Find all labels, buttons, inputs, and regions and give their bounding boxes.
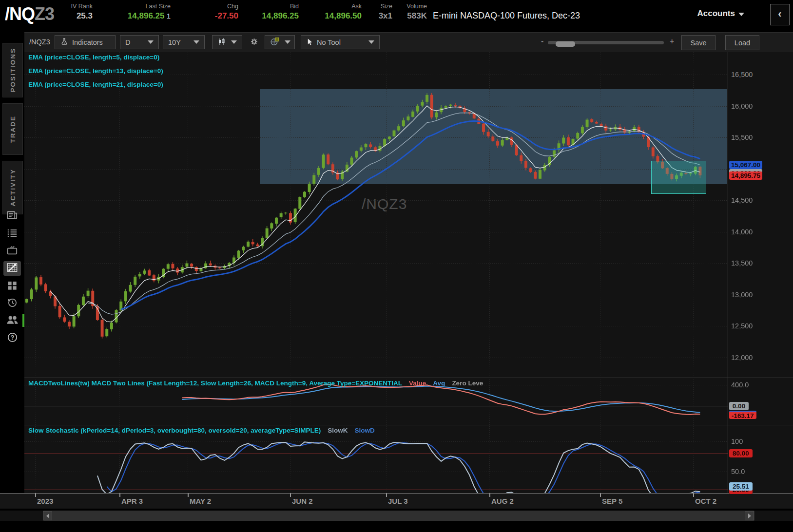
macd-legend-avg: Avg: [433, 380, 445, 387]
panel-divider: [24, 425, 793, 425]
time-tick-label: 2023: [37, 497, 53, 505]
quote-field-value: 583K: [406, 11, 427, 21]
zoom-in-label[interactable]: +: [670, 37, 674, 46]
chevron-down-icon: [193, 40, 199, 44]
chart-toolbar: /NQZ3 Indicators D 10Y No Tool -: [24, 32, 793, 53]
study-label-ema21: EMA (price=CLOSE, length=21, displace=0): [28, 81, 163, 88]
quote-field-bid: Bid14,896.25: [262, 3, 299, 21]
timeframe-dropdown[interactable]: D: [120, 35, 159, 49]
zoom-slider-track[interactable]: [548, 41, 664, 44]
sidebar-tab-label: ACTIVITY: [9, 169, 17, 207]
sidebar-tab-trade[interactable]: TRADE: [2, 103, 23, 155]
highlight-zone-teal[interactable]: [651, 161, 706, 194]
scroll-left-button[interactable]: [43, 511, 52, 520]
time-tick-label: JUL 3: [388, 497, 408, 505]
symbol-title: /NQZ3: [5, 4, 54, 24]
quote-field-last-size: Last Size14,896.25 1: [128, 3, 171, 21]
sidebar-apps-grid-icon[interactable]: [3, 279, 21, 294]
chart-settings-button[interactable]: [245, 35, 261, 49]
accounts-dropdown[interactable]: Accounts: [697, 9, 744, 19]
time-tick-mark: [386, 494, 387, 497]
sidebar-tab-activity[interactable]: ACTIVITY: [2, 161, 23, 214]
chart-style-dropdown[interactable]: [212, 35, 242, 49]
collapse-panel-button[interactable]: ‹: [770, 4, 790, 25]
time-tick-label: OCT 2: [695, 497, 716, 505]
indicators-button[interactable]: Indicators: [55, 35, 116, 49]
drawing-tool-dropdown[interactable]: No Tool: [301, 35, 380, 49]
sidebar-news-icon[interactable]: [3, 209, 21, 223]
history-icon: [7, 298, 18, 310]
sidebar-help-icon[interactable]: ?: [3, 331, 21, 345]
time-tick-mark: [290, 494, 291, 497]
scroll-right-button[interactable]: [745, 511, 754, 520]
chevron-down-icon: [148, 40, 154, 44]
stoch-legend-slowd: SlowD: [355, 427, 375, 434]
price-tick-label: 16,500: [731, 71, 753, 78]
quote-field-value: 3x1: [379, 11, 392, 21]
price-tick-label: 13,500: [731, 259, 753, 267]
time-tick-mark: [693, 494, 694, 497]
time-tick-mark: [119, 494, 120, 497]
help-icon: ?: [7, 332, 18, 344]
range-dropdown[interactable]: 10Y: [163, 35, 205, 49]
price-tick-label: 12,500: [731, 322, 753, 330]
price-tick-label: 16,000: [731, 102, 753, 110]
pattern-tool-dropdown[interactable]: [265, 35, 295, 49]
quote-field-ask: Ask14,896.50: [325, 3, 362, 21]
load-button[interactable]: Load: [725, 35, 759, 50]
quote-field-volume: Volume583K: [406, 3, 427, 21]
trading-app-window: /NQZ3 IV Rank25.3Last Size14,896.25 1Chg…: [0, 0, 793, 532]
sidebar-tab-positions[interactable]: POSITIONS: [2, 43, 23, 97]
price-tick-label: 13,000: [731, 291, 753, 299]
time-tick-label: SEP 5: [602, 497, 622, 505]
quote-field-label: Bid: [262, 3, 299, 10]
quote-field-value: 14,896.50: [325, 11, 362, 21]
quote-field-value: 14,896.25 1: [128, 11, 171, 21]
sidebar-people-icon[interactable]: [3, 313, 21, 328]
quote-field-label: Size: [379, 3, 392, 10]
cursor-icon: [306, 38, 313, 47]
time-axis[interactable]: 2023APR 3MAY 2JUN 2JUL 3AUG 2SEP 5OCT 2: [0, 493, 793, 509]
gear-icon: [250, 38, 259, 47]
macd-value-badge: -163.17: [729, 411, 756, 419]
zoom-out-label[interactable]: -: [541, 37, 543, 46]
macd-tick-label: 400.0: [731, 381, 749, 389]
triangle-right-icon: [748, 513, 751, 518]
price-tick-label: 15,500: [731, 133, 753, 141]
sidebar-chart-grid-icon[interactable]: [3, 261, 21, 276]
candlestick-icon: [217, 38, 226, 47]
last-price-badge: 14,895.75: [729, 171, 762, 180]
apps-grid-icon: [7, 281, 18, 292]
symbol-root: /NQ: [5, 4, 35, 24]
save-button[interactable]: Save: [681, 35, 716, 50]
scrollbar-track[interactable]: [43, 511, 754, 521]
people-icon: [6, 315, 19, 327]
zoom-slider-thumb[interactable]: [556, 41, 575, 47]
ema21-badge: 15,067.00: [729, 161, 762, 169]
macd-legend-value: Value: [409, 380, 426, 387]
symbol-suffix: Z3: [35, 4, 54, 24]
quote-field-label: IV Rank: [71, 3, 93, 10]
time-tick-label: APR 3: [121, 497, 143, 505]
chevron-down-icon: [738, 13, 744, 16]
time-tick-mark: [489, 494, 490, 497]
overbought-badge: 80.00: [729, 449, 753, 457]
quote-field-label: Chg: [215, 3, 238, 10]
quote-field-label: Volume: [406, 3, 427, 10]
chart-grid-icon: [6, 262, 18, 275]
time-tick-mark: [35, 494, 36, 497]
sidebar-tv-icon[interactable]: [3, 244, 21, 258]
sidebar-history-icon[interactable]: [3, 296, 21, 311]
price-tick-label: 12,000: [731, 354, 753, 361]
quote-header: /NQZ3 IV Rank25.3Last Size14,896.25 1Chg…: [0, 0, 793, 30]
quote-field-extra: 1: [164, 12, 171, 20]
svg-text:?: ?: [10, 334, 14, 341]
chevron-down-icon: [368, 40, 374, 44]
left-sidebar: POSITIONSTRADEACTIVITY ?: [0, 30, 24, 532]
sidebar-list-icon[interactable]: [3, 227, 21, 241]
horizontal-scrollbar[interactable]: [0, 511, 793, 521]
list-icon: [6, 228, 18, 240]
flask-icon: [60, 38, 69, 47]
time-tick-label: MAY 2: [190, 497, 211, 505]
quote-field-label: Ask: [325, 3, 362, 10]
